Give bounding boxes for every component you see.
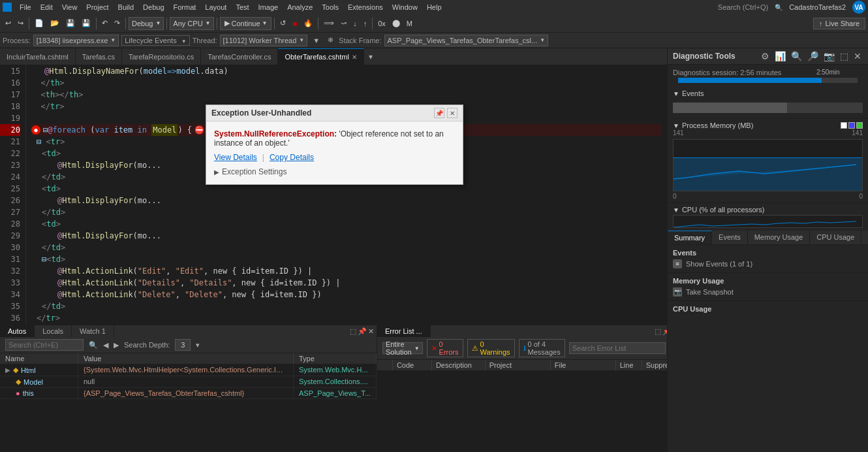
col-icon[interactable] bbox=[377, 360, 393, 370]
col-suppress[interactable]: Suppress... bbox=[642, 360, 667, 370]
tab-tarefas[interactable]: Tarefas.cs bbox=[76, 48, 122, 65]
tab-locals[interactable]: Locals bbox=[35, 325, 72, 337]
table-row[interactable]: ◆ Model null System.Collections.... bbox=[0, 376, 377, 388]
save-btn[interactable]: 💾 bbox=[63, 18, 78, 29]
process-dropdown[interactable]: [18348] iisexpress.exe ▼ bbox=[33, 35, 119, 46]
diag-tab-events[interactable]: Events bbox=[712, 231, 748, 244]
filter-icon[interactable] bbox=[841, 122, 847, 129]
menu-project[interactable]: Project bbox=[82, 2, 112, 12]
search-input[interactable] bbox=[5, 339, 84, 351]
menu-help[interactable]: Help bbox=[423, 2, 446, 12]
table-row[interactable]: ● this {ASP_Page_Views_Tarefas_ObterTare… bbox=[0, 388, 377, 399]
tab-autos[interactable]: Autos bbox=[0, 325, 35, 337]
forward-btn[interactable]: ↪ bbox=[15, 18, 26, 29]
cpu-section-header[interactable]: ▼ CPU (% of all processors) bbox=[673, 206, 863, 214]
memory-graph-icon[interactable]: 📊 bbox=[773, 51, 787, 61]
col-line[interactable]: Line bbox=[616, 360, 642, 370]
cpu-chart[interactable] bbox=[673, 215, 863, 228]
search-depth-input[interactable] bbox=[175, 339, 191, 351]
float-diag-btn[interactable]: ⬚ bbox=[839, 51, 850, 61]
float-error-btn[interactable]: ⬚ bbox=[655, 327, 661, 336]
color2-icon[interactable] bbox=[856, 122, 863, 129]
menu-extensions[interactable]: Extensions bbox=[344, 2, 387, 12]
menu-edit[interactable]: Edit bbox=[37, 2, 57, 12]
table-row[interactable]: ▶ ◆ Html {System.Web.Mvc.HtmlHelper<Syst… bbox=[0, 364, 377, 376]
tab-incluirtarefa[interactable]: IncluirTarefa.cshtml bbox=[0, 48, 76, 65]
undo-btn[interactable]: ↶ bbox=[99, 18, 110, 29]
float-btn[interactable]: ⬚ bbox=[350, 327, 356, 336]
breakpoints-btn[interactable]: ⬤ bbox=[390, 18, 403, 29]
tab-obtertarefas[interactable]: ObterTarefas.cshtml ✕ bbox=[278, 48, 364, 65]
live-share-button[interactable]: ↑ Live Share bbox=[813, 18, 865, 29]
expand-icon[interactable]: ▶ bbox=[5, 366, 10, 374]
tab-error-list[interactable]: Error List ... bbox=[377, 325, 431, 337]
messages-filter-btn[interactable]: ℹ 0 of 4 Messages bbox=[519, 339, 565, 357]
diag-tab-cpu[interactable]: CPU Usage bbox=[810, 231, 861, 244]
diag-tab-summary[interactable]: Summary bbox=[668, 231, 712, 244]
memory-chart[interactable] bbox=[673, 139, 863, 191]
stop-btn[interactable]: ■ bbox=[290, 18, 300, 29]
menu-image[interactable]: Image bbox=[255, 2, 283, 12]
menu-file[interactable]: File bbox=[16, 2, 35, 12]
view-details-link[interactable]: View Details bbox=[214, 153, 257, 162]
show-next-btn[interactable]: ⟹ bbox=[321, 18, 337, 29]
tab-tarefarepos[interactable]: TarefaRepositorio.cs bbox=[122, 48, 201, 65]
copy-details-link[interactable]: Copy Details bbox=[270, 153, 314, 162]
next-btn[interactable]: ▶ bbox=[114, 341, 119, 349]
zoom-out-icon[interactable]: 🔎 bbox=[806, 51, 820, 61]
search-box[interactable]: Search (Ctrl+Q) bbox=[715, 3, 771, 11]
col-file[interactable]: File bbox=[551, 360, 616, 370]
tab-tarefascontroller[interactable]: TarefasController.cs bbox=[201, 48, 278, 65]
show-events-label[interactable]: Show Events (1 of 1) bbox=[686, 260, 752, 268]
debug-config-dropdown[interactable]: Debug ▼ bbox=[129, 17, 164, 30]
settings-icon[interactable]: ⚙ bbox=[760, 51, 771, 61]
diag-tab-memory[interactable]: Memory Usage bbox=[748, 231, 811, 244]
col-code[interactable]: Code bbox=[393, 360, 432, 370]
close-panel-btn[interactable]: ✕ bbox=[368, 327, 374, 336]
menu-analyze[interactable]: Analyze bbox=[283, 2, 317, 12]
zoom-in-icon[interactable]: 🔍 bbox=[790, 51, 803, 61]
menu-view[interactable]: View bbox=[58, 2, 82, 12]
error-search-input[interactable] bbox=[569, 342, 666, 354]
close-button[interactable]: ✕ bbox=[447, 108, 457, 118]
tab-watch1[interactable]: Watch 1 bbox=[72, 325, 114, 337]
stack-frame-dropdown[interactable]: ASP_Page_Views_Tarefas_ObterTarefas_csl.… bbox=[384, 35, 549, 46]
hex-btn[interactable]: 0x bbox=[375, 18, 388, 29]
menu-layout[interactable]: Layout bbox=[201, 2, 230, 12]
back-btn[interactable]: ↩ bbox=[3, 18, 14, 29]
open-btn[interactable]: 📂 bbox=[48, 18, 62, 29]
user-avatar[interactable]: VA bbox=[852, 1, 865, 14]
search-btn[interactable]: 🔍 bbox=[89, 341, 98, 349]
memory-btn[interactable]: M bbox=[404, 18, 415, 29]
solution-filter-dropdown[interactable]: Entire Solution ▼ bbox=[382, 342, 423, 354]
redo-btn[interactable]: ↷ bbox=[112, 18, 123, 29]
menu-format[interactable]: Format bbox=[170, 2, 200, 12]
errors-filter-btn[interactable]: ✕ 0 Errors bbox=[427, 339, 463, 357]
step-into-btn[interactable]: ↓ bbox=[350, 18, 360, 29]
platform-dropdown[interactable]: Any CPU ▼ bbox=[170, 17, 213, 30]
close-diag-btn[interactable]: ✕ bbox=[852, 51, 863, 61]
pin-button[interactable]: 📌 bbox=[434, 108, 444, 118]
menu-window[interactable]: Window bbox=[388, 2, 422, 12]
dock-error-btn[interactable]: 📌 bbox=[662, 327, 667, 336]
col-description[interactable]: Description bbox=[432, 360, 486, 370]
camera-icon[interactable]: 📷 bbox=[822, 51, 836, 61]
menu-tools[interactable]: Tools bbox=[318, 2, 343, 12]
close-tab-icon[interactable]: ✕ bbox=[352, 54, 357, 61]
menu-build[interactable]: Build bbox=[114, 2, 138, 12]
thread-dropdown[interactable]: [11012] Worker Thread ▼ bbox=[220, 35, 308, 46]
hot-reload-btn[interactable]: 🔥 bbox=[301, 18, 315, 29]
step-over-btn[interactable]: ⤻ bbox=[338, 18, 349, 29]
lifecycle-events-btn[interactable]: Lifecycle Events ▼ bbox=[121, 35, 189, 46]
filter-btn[interactable]: ▼ bbox=[310, 36, 322, 45]
menu-debug[interactable]: Debug bbox=[139, 2, 168, 12]
color-icon[interactable] bbox=[848, 122, 855, 129]
exception-settings-row[interactable]: ▶ Exception Settings bbox=[214, 167, 455, 176]
take-snapshot-btn[interactable]: Take Snapshot bbox=[686, 288, 734, 296]
continue-button[interactable]: ▶ Continue ▼ bbox=[220, 17, 272, 30]
freeze-btn[interactable]: ❄ bbox=[325, 35, 336, 45]
step-out-btn[interactable]: ↑ bbox=[361, 18, 370, 29]
menu-test[interactable]: Test bbox=[232, 2, 253, 12]
new-project-btn[interactable]: 📄 bbox=[32, 18, 46, 29]
save-all-btn[interactable]: 💾 bbox=[79, 18, 93, 29]
